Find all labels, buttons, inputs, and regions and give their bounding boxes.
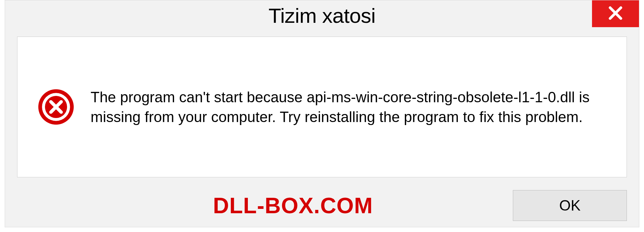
content-panel: The program can't start because api-ms-w… bbox=[17, 37, 627, 177]
error-icon bbox=[38, 89, 74, 125]
error-message: The program can't start because api-ms-w… bbox=[91, 87, 606, 127]
dialog-footer: DLL-BOX.COM OK bbox=[5, 190, 639, 221]
close-button[interactable] bbox=[592, 0, 639, 27]
ok-button-label: OK bbox=[559, 197, 581, 214]
watermark-text: DLL-BOX.COM bbox=[213, 193, 373, 218]
error-dialog: Tizim xatosi The program can't start bec… bbox=[5, 0, 639, 227]
close-icon bbox=[607, 5, 624, 22]
dialog-title: Tizim xatosi bbox=[269, 4, 376, 27]
ok-button[interactable]: OK bbox=[513, 190, 627, 221]
titlebar: Tizim xatosi bbox=[5, 0, 639, 31]
